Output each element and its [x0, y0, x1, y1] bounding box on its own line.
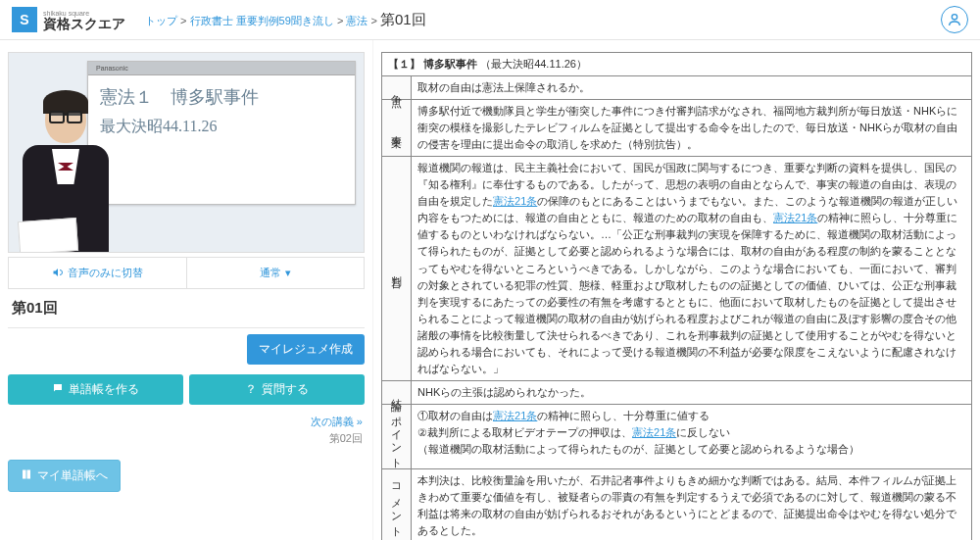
header: S shikaku square 資格スクエア トップ > 行政書士 重要判例5… — [0, 0, 980, 40]
next-lecture-sub: 第02回 — [8, 431, 365, 446]
page-title: 第01回 — [380, 11, 426, 29]
label-comment: コメント — [382, 468, 412, 540]
row-conclusion: 結論 NHKらの主張は認められなかった。 — [382, 380, 972, 404]
law-link[interactable]: 憲法21条 — [493, 195, 537, 207]
breadcrumb-top[interactable]: トップ — [145, 15, 177, 26]
right-panel: 【１】 博多駅事件 （最大決昭44.11.26） 争点 取材の自由は憲法上保障さ… — [372, 40, 980, 540]
label-gist: 判旨 — [382, 157, 412, 381]
speaker-icon — [52, 267, 64, 280]
label-conc: 結論 — [382, 380, 412, 404]
next-lecture-link[interactable]: 次の講義 » — [311, 416, 363, 427]
law-link[interactable]: 憲法21条 — [632, 426, 676, 438]
audio-only-label: 音声のみに切替 — [68, 266, 143, 280]
cell-point: ①取材の自由は憲法21条の精神に照らし、十分尊重に値する ②裁判所による取材ビデ… — [412, 404, 972, 468]
cell-comment: 本判決は、比較衡量論を用いたが、石井記者事件よりもきめ細かな判断ではある。結局、… — [412, 468, 972, 540]
cell-issue: 取材の自由は憲法上保障されるか。 — [412, 76, 972, 100]
row-gist: 判旨 報道機関の報道は、民主主義社会において、国民が国政に関与するにつき、重要な… — [382, 157, 972, 381]
speech-icon — [52, 382, 64, 397]
my-wordbook-label: マイ単語帳へ — [37, 467, 108, 484]
speed-button[interactable]: 通常 ▾ — [186, 258, 365, 288]
logo-mark-icon: S — [12, 7, 37, 32]
question-icon: ？ — [245, 381, 257, 398]
row-facts: 事案 博多駅付近で機動隊員と学生が衝突した事件につき付審判請求がなされ、福岡地方… — [382, 100, 972, 157]
row-comment: コメント 本判決は、比較衡量論を用いたが、石井記者事件よりもきめ細かな判断ではあ… — [382, 468, 972, 540]
whiteboard: Panasonic 憲法１ 博多駅事件 最大決昭44.11.26 — [87, 61, 356, 205]
case-meta: （最大決昭44.11.26） — [480, 58, 587, 70]
left-panel: Panasonic 憲法１ 博多駅事件 最大決昭44.11.26 音声のみに切替… — [0, 40, 372, 540]
law-link[interactable]: 憲法21条 — [493, 410, 537, 421]
audio-only-button[interactable]: 音声のみに切替 — [9, 258, 186, 288]
case-header-row: 【１】 博多駅事件 （最大決昭44.11.26） — [382, 53, 972, 76]
wb-text-2: 最大決昭44.11.26 — [100, 117, 343, 137]
cell-gist: 報道機関の報道は、民主主義社会において、国民が国政に関与するにつき、重要な判断の… — [412, 157, 972, 381]
make-wordbook-label: 単語帳を作る — [69, 381, 139, 398]
label-point: ポイント — [382, 404, 412, 468]
ask-question-button[interactable]: ？ 質問する — [189, 374, 365, 405]
chevron-down-icon: ▾ — [285, 267, 291, 279]
breadcrumb-course[interactable]: 行政書士 重要判例59聞き流し — [190, 15, 334, 26]
wb-text-1b: 博多駅事件 — [171, 87, 259, 107]
case-table: 【１】 博多駅事件 （最大決昭44.11.26） 争点 取材の自由は憲法上保障さ… — [381, 52, 972, 540]
whiteboard-brand: Panasonic — [88, 62, 355, 75]
breadcrumb: トップ > 行政書士 重要判例59聞き流し > 憲法 > 第01回 — [145, 11, 426, 29]
lesson-title: 第01回 — [12, 299, 58, 318]
my-wordbook-button[interactable]: マイ単語帳へ — [8, 460, 121, 492]
book-icon — [21, 468, 32, 483]
video-player[interactable]: Panasonic 憲法１ 博多駅事件 最大決昭44.11.26 — [8, 52, 365, 253]
logo[interactable]: S shikaku square 資格スクエア — [12, 7, 125, 32]
case-title: 博多駅事件 — [423, 58, 477, 70]
logo-maintext: 資格スクエア — [43, 17, 125, 30]
presenter-figure — [17, 94, 115, 253]
speed-label: 通常 — [260, 266, 281, 280]
row-issue: 争点 取材の自由は憲法上保障されるか。 — [382, 76, 972, 100]
breadcrumb-subject[interactable]: 憲法 — [346, 15, 368, 26]
label-issue: 争点 — [382, 76, 412, 100]
ask-question-label: 質問する — [262, 381, 309, 398]
make-wordbook-button[interactable]: 単語帳を作る — [8, 374, 183, 405]
case-num: 【１】 — [388, 58, 420, 70]
label-facts: 事案 — [382, 100, 412, 157]
svg-point-0 — [952, 15, 956, 20]
cell-facts: 博多駅付近で機動隊員と学生が衝突した事件につき付審判請求がなされ、福岡地方裁判所… — [412, 100, 972, 157]
cell-conc: NHKらの主張は認められなかった。 — [412, 380, 972, 404]
law-link[interactable]: 憲法21条 — [773, 212, 817, 223]
create-resume-button[interactable]: マイレジュメ作成 — [247, 334, 365, 365]
row-point: ポイント ①取材の自由は憲法21条の精神に照らし、十分尊重に値する ②裁判所によ… — [382, 404, 972, 468]
user-avatar-icon[interactable] — [941, 6, 968, 33]
